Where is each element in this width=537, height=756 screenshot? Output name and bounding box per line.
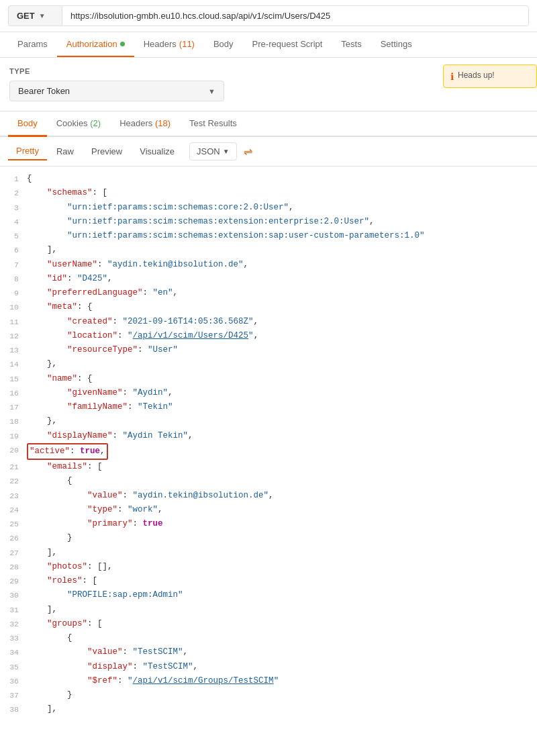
line-7: 7 "userName": "aydin.tekin@ibsolution.de… — [0, 258, 537, 272]
tab-settings-label: Settings — [381, 39, 412, 49]
cookies-count: (2) — [90, 118, 101, 128]
line-38: 38 ], — [0, 702, 537, 716]
line-36: 36 "$ref": "/api/v1/scim/Groups/TestSCIM… — [0, 674, 537, 688]
tab-headers-label: Headers — [144, 39, 177, 49]
url-input[interactable] — [62, 5, 529, 26]
tab-tests[interactable]: Tests — [332, 32, 371, 57]
auth-section: TYPE Bearer Token ▼ ℹ Heads up! — [0, 58, 537, 111]
heads-up-panel: ℹ Heads up! — [443, 64, 537, 88]
line-10: 10 "meta": { — [0, 300, 537, 314]
method-label: GET — [17, 11, 35, 21]
format-chevron-icon: ▼ — [223, 148, 230, 155]
tab-params[interactable]: Params — [8, 32, 57, 57]
line-6: 6 ], — [0, 243, 537, 257]
tab-body[interactable]: Body — [204, 32, 243, 57]
response-headers-count: (18) — [155, 118, 170, 128]
line-28: 28 "photos": [], — [0, 560, 537, 574]
line-29: 29 "roles": [ — [0, 574, 537, 588]
line-25: 25 "primary": true — [0, 517, 537, 531]
line-37: 37 } — [0, 688, 537, 702]
tab-response-headers[interactable]: Headers (18) — [110, 111, 180, 137]
line-33: 33 { — [0, 631, 537, 645]
tab-response-headers-label: Headers — [119, 118, 152, 128]
line-15: 15 "name": { — [0, 372, 537, 386]
line-14: 14 }, — [0, 357, 537, 371]
view-preview-button[interactable]: Preview — [83, 143, 130, 160]
tab-response-body-label: Body — [17, 118, 38, 128]
view-bar: Pretty Raw Preview Visualize JSON ▼ ⇌ — [0, 137, 537, 167]
method-chevron-icon: ▼ — [39, 12, 46, 19]
tab-pre-request[interactable]: Pre-request Script — [243, 32, 332, 57]
url-bar: GET ▼ — [0, 0, 537, 32]
line-24: 24 "type": "work", — [0, 503, 537, 517]
format-select[interactable]: JSON ▼ — [189, 142, 237, 160]
line-4: 4 "urn:ietf:params:scim:schemas:extensio… — [0, 215, 537, 229]
tab-settings[interactable]: Settings — [371, 32, 422, 57]
line-17: 17 "familyName": "Tekin" — [0, 400, 537, 414]
headers-count: (11) — [179, 39, 195, 49]
line-26: 26 } — [0, 531, 537, 545]
line-9: 9 "preferredLanguage": "en", — [0, 286, 537, 300]
line-5: 5 "urn:ietf:params:scim:schemas:extensio… — [0, 229, 537, 243]
line-35: 35 "display": "TestSCIM", — [0, 660, 537, 674]
heads-up-text: Heads up! — [458, 70, 495, 80]
tab-response-cookies[interactable]: Cookies (2) — [47, 111, 110, 137]
line-23: 23 "value": "aydin.tekin@ibsolution.de", — [0, 489, 537, 503]
tab-response-body[interactable]: Body — [8, 111, 47, 137]
view-raw-button[interactable]: Raw — [48, 143, 82, 160]
format-label: JSON — [197, 146, 220, 156]
info-icon: ℹ — [450, 71, 454, 82]
line-12: 12 "location": "/api/v1/scim/Users/D425"… — [0, 329, 537, 343]
line-8: 8 "id": "D425", — [0, 272, 537, 286]
line-13: 13 "resourceType": "User" — [0, 343, 537, 357]
line-3: 3 "urn:ietf:params:scim:schemas:core:2.0… — [0, 201, 537, 215]
tab-test-results-label: Test Results — [189, 118, 237, 128]
response-tab-bar: Body Cookies (2) Headers (18) Test Resul… — [0, 111, 537, 137]
view-pretty-button[interactable]: Pretty — [8, 142, 47, 160]
tab-headers[interactable]: Headers (11) — [134, 32, 204, 57]
code-container: 1{ 2 "schemas": [ 3 "urn:ietf:params:sci… — [0, 167, 537, 722]
line-16: 16 "givenName": "Aydin", — [0, 386, 537, 400]
tab-tests-label: Tests — [341, 39, 361, 49]
line-1: 1{ — [0, 172, 537, 186]
line-21: 21 "emails": [ — [0, 460, 537, 474]
tab-authorization-label: Authorization — [66, 39, 117, 49]
auth-select-chevron-icon: ▼ — [208, 87, 215, 95]
tab-pre-request-label: Pre-request Script — [252, 39, 323, 49]
auth-type-value: Bearer Token — [18, 86, 70, 96]
tab-test-results[interactable]: Test Results — [180, 111, 246, 137]
tab-authorization[interactable]: Authorization — [57, 32, 134, 57]
method-select[interactable]: GET ▼ — [8, 5, 62, 26]
tab-body-label: Body — [213, 39, 234, 49]
tab-params-label: Params — [17, 39, 48, 49]
auth-type-select[interactable]: Bearer Token ▼ — [9, 81, 224, 101]
line-32: 32 "groups": [ — [0, 617, 537, 631]
line-34: 34 "value": "TestSCIM", — [0, 645, 537, 659]
line-19: 19 "displayName": "Aydin Tekin", — [0, 429, 537, 443]
line-22: 22 { — [0, 474, 537, 488]
wrap-icon[interactable]: ⇌ — [244, 145, 252, 158]
line-27: 27 ], — [0, 546, 537, 560]
authorization-dot — [120, 42, 125, 46]
line-30: 30 "PROFILE:sap.epm:Admin" — [0, 588, 537, 602]
line-20: 20"active": true, — [0, 443, 537, 460]
line-11: 11 "created": "2021-09-16T14:05:36.568Z"… — [0, 315, 537, 329]
view-visualize-button[interactable]: Visualize — [132, 143, 183, 160]
top-tab-bar: Params Authorization Headers (11) Body P… — [0, 32, 537, 58]
tab-response-cookies-label: Cookies — [56, 118, 88, 128]
line-31: 31 ], — [0, 603, 537, 617]
line-18: 18 }, — [0, 414, 537, 428]
line-2: 2 "schemas": [ — [0, 186, 537, 200]
